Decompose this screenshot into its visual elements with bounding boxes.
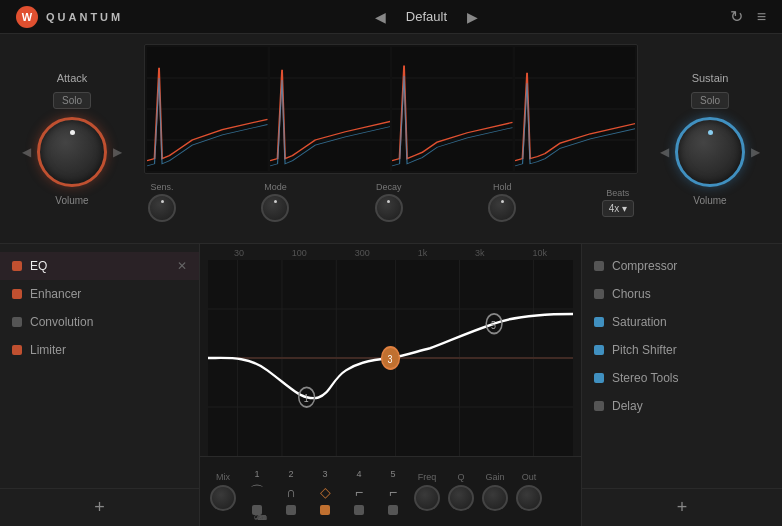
right-add-button[interactable]: + xyxy=(582,488,782,526)
chorus-name: Chorus xyxy=(612,287,651,301)
stereo-tools-color xyxy=(594,373,604,383)
eq-gain-label: Gain xyxy=(485,472,504,482)
eq-band3-ctrl: 3 ◇ xyxy=(310,469,340,515)
refresh-icon[interactable]: ↻ xyxy=(730,7,743,26)
beats-control: Beats 4x ▾ xyxy=(602,188,634,217)
eq-q-ctrl: Q xyxy=(446,472,476,511)
decay-control: Decay xyxy=(375,182,403,222)
top-bar: W QUANTUM ◀ Default ▶ ↻ ≡ xyxy=(0,0,782,34)
fx-item-stereo-tools[interactable]: Stereo Tools xyxy=(582,364,782,392)
fx-item-compressor[interactable]: Compressor xyxy=(582,252,782,280)
hold-knob[interactable] xyxy=(488,194,516,222)
stereo-tools-name: Stereo Tools xyxy=(612,371,679,385)
sustain-left-arrow[interactable]: ◀ xyxy=(654,145,675,159)
decay-label: Decay xyxy=(376,182,402,192)
wave-panel-3 xyxy=(392,47,513,171)
decay-knob[interactable] xyxy=(375,194,403,222)
fx-item-saturation[interactable]: Saturation xyxy=(582,308,782,336)
waveform-controls-row: Sens. Mode Decay Hold xyxy=(144,182,638,222)
app-name: QUANTUM xyxy=(46,11,123,23)
preset-nav: ◀ Default ▶ xyxy=(375,9,478,25)
eq-band3-shape: ◇ xyxy=(320,482,331,502)
mode-knob[interactable] xyxy=(261,194,289,222)
menu-icon[interactable]: ≡ xyxy=(757,8,766,26)
sustain-label: Sustain xyxy=(692,72,729,84)
eq-band4-dot xyxy=(354,505,364,515)
convolution-color xyxy=(12,317,22,327)
sustain-section: Sustain Solo ◀ ▶ Volume xyxy=(654,72,766,206)
left-add-icon: + xyxy=(94,497,105,518)
saturation-color xyxy=(594,317,604,327)
mode-knob-dot xyxy=(274,200,277,203)
sustain-knob-row: ◀ ▶ xyxy=(654,117,766,187)
eq-band1-shape: ⌒ xyxy=(250,482,264,502)
chorus-color xyxy=(594,289,604,299)
eq-freq-ctrl: Freq xyxy=(412,472,442,511)
limiter-color xyxy=(12,345,22,355)
attack-left-arrow[interactable]: ◀ xyxy=(16,145,37,159)
eq-band2-num: 2 xyxy=(288,469,293,479)
svg-text:3: 3 xyxy=(388,353,393,365)
attack-section: Attack Solo ◀ ▶ Volume xyxy=(16,72,128,206)
eq-mix-knob[interactable] xyxy=(210,485,236,511)
enhancer-color xyxy=(12,289,22,299)
eq-band5-num: 5 xyxy=(390,469,395,479)
sustain-solo-button[interactable]: Solo xyxy=(691,92,729,109)
hold-control: Hold xyxy=(488,182,516,222)
wave-panel-4 xyxy=(515,47,636,171)
bottom-section: EQ ✕ Enhancer Convolution Limiter + 30 1… xyxy=(0,244,782,526)
fx-item-convolution[interactable]: Convolution xyxy=(0,308,199,336)
svg-text:1: 1 xyxy=(304,392,309,404)
sustain-right-arrow[interactable]: ▶ xyxy=(745,145,766,159)
sens-control: Sens. xyxy=(148,182,176,222)
eq-band1-ctrl: 1 ⌒ xyxy=(242,469,272,515)
fx-item-delay[interactable]: Delay xyxy=(582,392,782,420)
eq-close-button[interactable]: ✕ xyxy=(177,259,187,273)
sustain-knob[interactable] xyxy=(675,117,745,187)
tick-plus6: +6 xyxy=(256,513,265,522)
attack-right-arrow[interactable]: ▶ xyxy=(107,145,128,159)
attack-knob[interactable] xyxy=(37,117,107,187)
sens-knob[interactable] xyxy=(148,194,176,222)
attack-solo-button[interactable]: Solo xyxy=(53,92,91,109)
eq-band5-ctrl: 5 ⌐ xyxy=(378,469,408,515)
beats-value: 4x ▾ xyxy=(609,203,627,214)
sens-label: Sens. xyxy=(150,182,173,192)
fx-item-chorus[interactable]: Chorus xyxy=(582,280,782,308)
logo-area: W QUANTUM xyxy=(16,6,123,28)
right-add-icon: + xyxy=(677,497,688,518)
compressor-name: Compressor xyxy=(612,259,677,273)
eq-band1-num: 1 xyxy=(254,469,259,479)
eq-freq-knob[interactable] xyxy=(414,485,440,511)
eq-gain-ctrl: Gain xyxy=(480,472,510,511)
preset-next-button[interactable]: ▶ xyxy=(467,9,478,25)
eq-gain-knob[interactable] xyxy=(482,485,508,511)
eq-q-knob[interactable] xyxy=(448,485,474,511)
fx-item-pitch-shifter[interactable]: Pitch Shifter xyxy=(582,336,782,364)
freq-1k: 1k xyxy=(418,248,428,258)
fx-item-enhancer[interactable]: Enhancer xyxy=(0,280,199,308)
eq-band4-ctrl: 4 ⌐ xyxy=(344,469,374,515)
enhancer-name: Enhancer xyxy=(30,287,81,301)
waveform-section: Sens. Mode Decay Hold xyxy=(144,44,638,233)
fx-item-limiter[interactable]: Limiter xyxy=(0,336,199,364)
pitch-shifter-name: Pitch Shifter xyxy=(612,343,677,357)
eq-graph[interactable]: 1 3 5 xyxy=(208,260,573,456)
eq-band2-ctrl: 2 ∩ xyxy=(276,469,306,515)
preset-prev-button[interactable]: ◀ xyxy=(375,9,386,25)
eq-mix-label: Mix xyxy=(216,472,230,482)
eq-band4-shape: ⌐ xyxy=(355,482,363,502)
left-add-button[interactable]: + xyxy=(0,488,199,526)
eq-band4-num: 4 xyxy=(356,469,361,479)
fx-item-eq[interactable]: EQ ✕ xyxy=(0,252,199,280)
eq-band2-shape: ∩ xyxy=(286,482,296,502)
left-fx-list: EQ ✕ Enhancer Convolution Limiter xyxy=(0,244,199,488)
decay-knob-dot xyxy=(387,200,390,203)
freq-100: 100 xyxy=(292,248,307,258)
beats-select[interactable]: 4x ▾ xyxy=(602,200,634,217)
right-panel: Compressor Chorus Saturation Pitch Shift… xyxy=(582,244,782,526)
sustain-knob-dot xyxy=(708,130,713,135)
eq-band2-dot xyxy=(286,505,296,515)
eq-out-knob[interactable] xyxy=(516,485,542,511)
eq-band5-dot xyxy=(388,505,398,515)
